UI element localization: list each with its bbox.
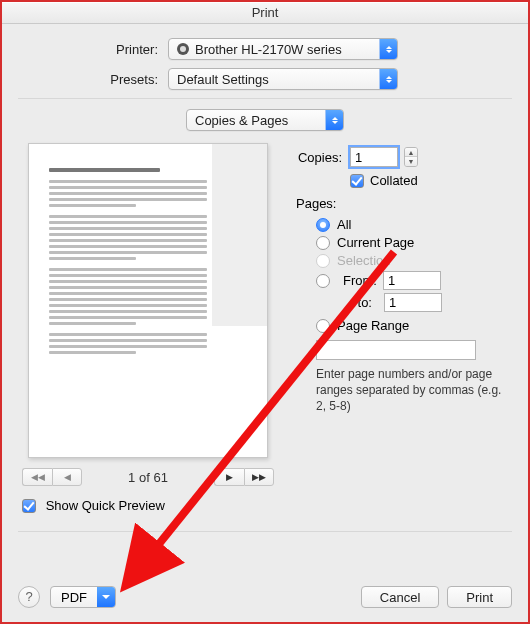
page-current: 1 <box>128 470 135 485</box>
print-preview <box>28 143 268 458</box>
copies-input[interactable] <box>350 147 398 167</box>
preview-prev-group: ◀◀ ◀ <box>22 468 82 486</box>
to-input[interactable] <box>384 293 442 312</box>
cancel-button[interactable]: Cancel <box>361 586 439 608</box>
show-quick-preview-checkbox[interactable] <box>22 499 36 513</box>
pdf-menu-label: PDF <box>61 590 87 605</box>
to-label: to: <box>336 295 378 310</box>
chevrons-icon <box>379 39 397 59</box>
presets-label: Presets: <box>18 72 168 87</box>
from-label: From: <box>343 273 377 288</box>
divider <box>18 531 512 532</box>
pages-all-radio[interactable] <box>316 218 330 232</box>
page-of-word: of <box>139 470 150 485</box>
pages-range-radio[interactable] <box>316 319 330 333</box>
collated-label: Collated <box>370 173 418 188</box>
pane-select[interactable]: Copies & Pages <box>186 109 344 131</box>
show-quick-preview-label: Show Quick Preview <box>46 498 165 513</box>
presets-select[interactable]: Default Settings <box>168 68 398 90</box>
collated-checkbox[interactable] <box>350 174 364 188</box>
window-title: Print <box>2 2 528 24</box>
preview-next-group: ▶ ▶▶ <box>214 468 274 486</box>
printer-select[interactable]: Brother HL-2170W series <box>168 38 398 60</box>
divider <box>18 98 512 99</box>
pane-select-value: Copies & Pages <box>195 113 288 128</box>
pages-selection-label: Selection <box>337 253 390 268</box>
page-total: 61 <box>153 470 167 485</box>
chevron-down-icon <box>97 587 115 607</box>
page-counter: 1 of 61 <box>128 470 168 485</box>
printer-select-value: Brother HL-2170W series <box>195 42 342 57</box>
next-page-button[interactable]: ▶ <box>214 468 244 486</box>
pages-current-radio[interactable] <box>316 236 330 250</box>
copies-stepper[interactable]: ▲ ▼ <box>404 147 418 167</box>
pages-current-label: Current Page <box>337 235 414 250</box>
last-page-button[interactable]: ▶▶ <box>244 468 274 486</box>
chevrons-icon <box>325 110 343 130</box>
chevron-up-icon: ▲ <box>405 148 417 157</box>
help-button[interactable]: ? <box>18 586 40 608</box>
pages-label: Pages: <box>296 196 512 211</box>
copies-label: Copies: <box>294 150 350 165</box>
printer-icon <box>177 43 189 55</box>
printer-label: Printer: <box>18 42 168 57</box>
prev-page-button[interactable]: ◀ <box>52 468 82 486</box>
pdf-menu-button[interactable]: PDF <box>50 586 116 608</box>
first-page-button[interactable]: ◀◀ <box>22 468 52 486</box>
print-button[interactable]: Print <box>447 586 512 608</box>
page-range-hint: Enter page numbers and/or page ranges se… <box>316 366 512 415</box>
pages-selection-radio <box>316 254 330 268</box>
page-range-input[interactable] <box>316 340 476 360</box>
chevron-down-icon: ▼ <box>405 157 417 166</box>
chevrons-icon <box>379 69 397 89</box>
from-input[interactable] <box>383 271 441 290</box>
pages-from-radio[interactable] <box>316 274 330 288</box>
pages-all-label: All <box>337 217 351 232</box>
presets-select-value: Default Settings <box>177 72 269 87</box>
pages-range-label: Page Range <box>337 318 409 333</box>
